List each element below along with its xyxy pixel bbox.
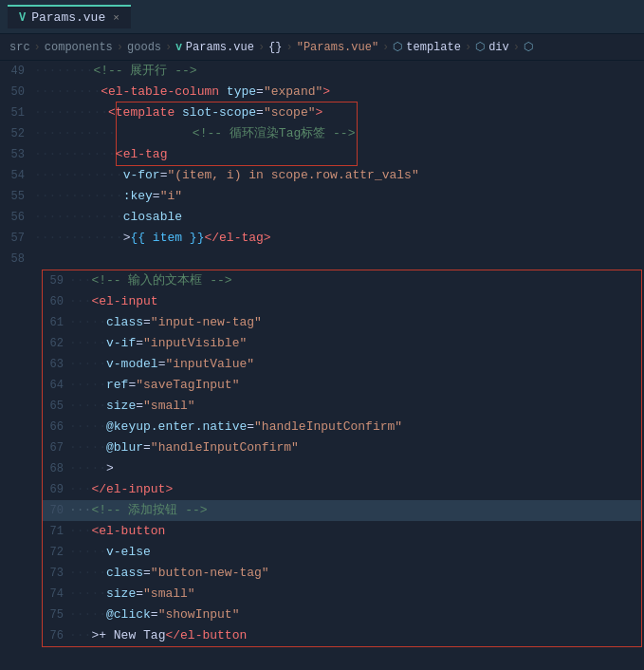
code-line-67: 67 ····· @blur="handleInputConfirm": [43, 437, 641, 458]
red-outline-group: 59 ··· <!-- 输入的文本框 --> 60 ··· <el-input …: [42, 270, 642, 647]
line-num-54: 54: [0, 165, 34, 186]
tab-params-vue[interactable]: V Params.vue ×: [8, 5, 131, 28]
bc-end-icon: ⬡: [524, 40, 533, 54]
line-num-75: 75: [43, 605, 69, 625]
line-num-73: 73: [43, 563, 69, 584]
bc-goods: goods: [127, 41, 161, 54]
editor-area: 49 ········ <!-- 展开行 --> 50 ········· <e…: [0, 61, 644, 670]
code-line-53: 53 ··········· <el-tag: [0, 144, 644, 165]
code-editor: 49 ········ <!-- 展开行 --> 50 ········· <e…: [0, 61, 644, 670]
app-window: V Params.vue × src › components › goods …: [0, 0, 644, 670]
code-line-64: 64 ····· ref="saveTagInput": [43, 375, 641, 396]
code-line-63: 63 ····· v-model="inputValue": [43, 354, 641, 375]
bc-src: src: [9, 41, 30, 54]
line-num-68: 68: [43, 458, 69, 479]
code-line-52: 52 ··········· <!-- 循环渲染Tag标签 -->: [0, 123, 644, 144]
line-num-62: 62: [43, 333, 69, 354]
line-num-58: 58: [0, 249, 34, 270]
code-line-72: 72 ····· v-else: [43, 542, 641, 563]
bc-div-icon: ⬡: [475, 40, 485, 54]
line-num-76: 76: [43, 625, 69, 646]
code-line-55: 55 ············ :key="i": [0, 186, 644, 207]
code-line-69: 69 ··· </el-input>: [43, 479, 641, 500]
code-line-54: 54 ············ v-for="(item, i) in scop…: [0, 165, 644, 186]
tab-label: Params.vue: [31, 10, 105, 25]
line-num-60: 60: [43, 291, 69, 312]
bc-params-vue: Params.vue: [186, 41, 254, 54]
vue-icon: V: [19, 11, 26, 25]
code-line-75: 75 ····· @click="showInput": [43, 605, 641, 625]
code-line-65: 65 ····· size="small": [43, 396, 641, 417]
code-line-68: 68 ····· >: [43, 458, 641, 479]
code-line-57: 57 ············ >{{ item }}</el-tag>: [0, 228, 644, 249]
bc-vue-icon: V: [175, 42, 182, 53]
bc-div: div: [488, 41, 509, 54]
code-line-73: 73 ····· class="button-new-tag": [43, 563, 641, 584]
close-icon[interactable]: ×: [113, 12, 120, 24]
line-num-59: 59: [43, 270, 69, 291]
line-num-49: 49: [0, 61, 34, 82]
line-num-70: 70: [43, 500, 69, 521]
code-line-62: 62 ····· v-if="inputVisible": [43, 333, 641, 354]
line-num-71: 71: [43, 521, 69, 542]
bc-components: components: [45, 41, 113, 54]
code-line-60: 60 ··· <el-input: [43, 291, 641, 312]
code-line-70: 70 ··· <!-- 添加按钮 -->: [43, 500, 641, 521]
bc-curly: {}: [268, 41, 282, 54]
line-num-72: 72: [43, 542, 69, 563]
title-bar: V Params.vue ×: [0, 0, 644, 34]
bc-params-str: "Params.vue": [297, 41, 378, 54]
code-line-66: 66 ····· @keyup.enter.native="handleInpu…: [43, 417, 641, 437]
bc-template-icon: ⬡: [393, 40, 402, 54]
code-line-49: 49 ········ <!-- 展开行 -->: [0, 61, 644, 82]
code-line-59: 59 ··· <!-- 输入的文本框 -->: [43, 270, 641, 291]
bc-template: template: [406, 41, 461, 54]
line-num-57: 57: [0, 228, 34, 249]
code-line-76: 76 ··· >+ New Tag</el-button: [43, 625, 641, 646]
breadcrumb: src › components › goods › V Params.vue …: [0, 34, 644, 61]
code-line-61: 61 ····· class="input-new-tag": [43, 312, 641, 333]
line-num-50: 50: [0, 82, 34, 102]
line-num-74: 74: [43, 584, 69, 605]
line-num-66: 66: [43, 417, 69, 437]
line-num-65: 65: [43, 396, 69, 417]
line-num-53: 53: [0, 144, 34, 165]
line-num-56: 56: [0, 207, 34, 228]
code-line-74: 74 ····· size="small": [43, 584, 641, 605]
line-num-55: 55: [0, 186, 34, 207]
line-num-69: 69: [43, 479, 69, 500]
code-line-71: 71 ··· <el-button: [43, 521, 641, 542]
line-num-63: 63: [43, 354, 69, 375]
line-num-67: 67: [43, 437, 69, 458]
code-line-58: 58: [0, 249, 644, 270]
line-num-64: 64: [43, 375, 69, 396]
code-line-50: 50 ········· <el-table-column type="expa…: [0, 82, 644, 102]
line-num-61: 61: [43, 312, 69, 333]
line-num-51: 51: [0, 102, 34, 123]
code-line-56: 56 ············ closable: [0, 207, 644, 228]
line-num-52: 52: [0, 123, 34, 144]
